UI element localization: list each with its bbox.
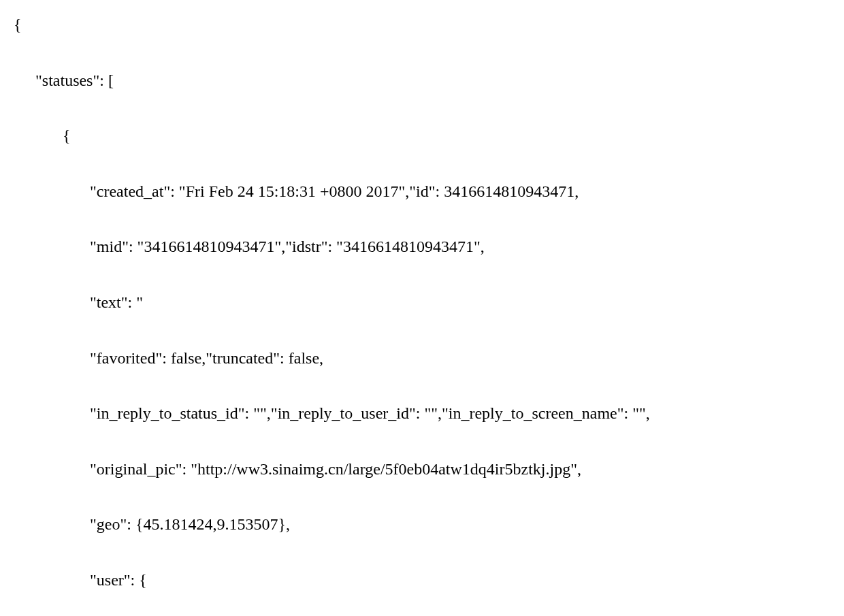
- code-line: "statuses": [: [14, 69, 830, 93]
- code-line: "original_pic": "http://ww3.sinaimg.cn/l…: [14, 458, 830, 481]
- code-line: "mid": "3416614810943471","idstr": "3416…: [14, 236, 830, 259]
- code-line: "user": {: [14, 569, 830, 592]
- json-code-block: { "statuses": [ { "created_at": "Fri Feb…: [14, 14, 830, 592]
- code-line: "geo": {45.181424,9.153507},: [14, 513, 830, 536]
- code-line: {: [14, 14, 830, 37]
- code-line: "favorited": false,"truncated": false,: [14, 347, 830, 370]
- code-line: "in_reply_to_status_id": "","in_reply_to…: [14, 402, 830, 425]
- code-line: {: [14, 125, 830, 148]
- code-line: "created_at": "Fri Feb 24 15:18:31 +0800…: [14, 180, 830, 204]
- code-line: "text": ": [14, 291, 830, 314]
